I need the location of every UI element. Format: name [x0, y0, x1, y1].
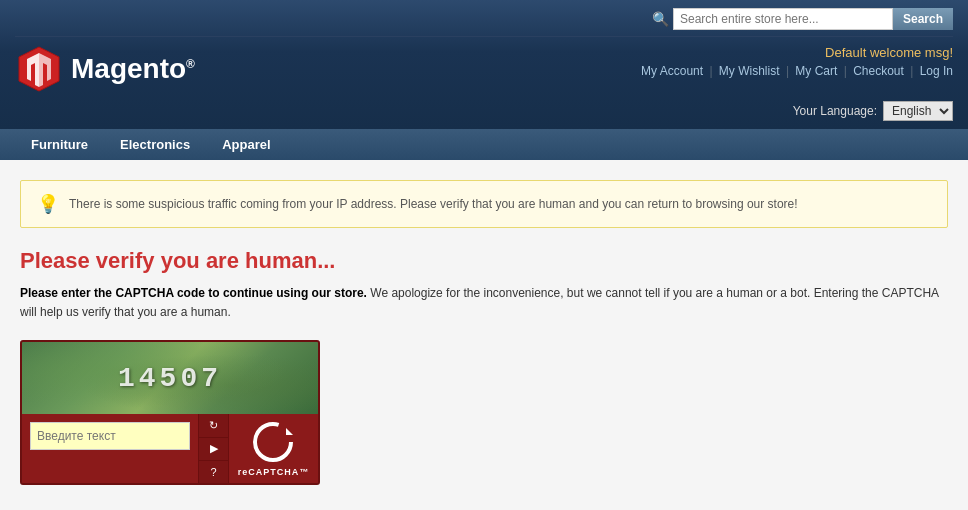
verify-description: Please enter the CAPTCHA code to continu…	[20, 284, 948, 322]
captcha-help-button[interactable]: ?	[199, 461, 228, 483]
warning-banner: 💡 There is some suspicious traffic comin…	[20, 180, 948, 228]
recaptcha-label: reCAPTCHA™	[238, 467, 310, 477]
captcha-audio-button[interactable]: ▶	[199, 438, 228, 461]
logo-text: Magento®	[71, 53, 195, 85]
link-sep-1: |	[709, 64, 715, 78]
captcha-input[interactable]	[30, 422, 190, 450]
captcha-widget: 14507 ↻ ▶ ? reCAPTCHA™	[20, 340, 320, 485]
verify-title: Please verify you are human...	[20, 248, 948, 274]
link-sep-3: |	[844, 64, 850, 78]
recaptcha-logo: reCAPTCHA™	[238, 420, 310, 477]
header-links: My Account | My Wishlist | My Cart | Che…	[641, 64, 953, 78]
language-select[interactable]: English	[883, 101, 953, 121]
header: 🔍 Search Magento® Default welcome msg! M…	[0, 0, 968, 129]
verify-desc-strong: Please enter the CAPTCHA code to continu…	[20, 286, 367, 300]
magento-logo-icon	[15, 45, 63, 93]
nav-electronics[interactable]: Electronics	[104, 129, 206, 160]
captcha-controls: ↻ ▶ ?	[198, 414, 228, 483]
warning-text: There is some suspicious traffic coming …	[69, 197, 798, 211]
svg-marker-4	[286, 428, 293, 435]
my-cart-link[interactable]: My Cart	[795, 64, 837, 78]
checkout-link[interactable]: Checkout	[853, 64, 904, 78]
captcha-refresh-button[interactable]: ↻	[199, 414, 228, 437]
main-nav: Furniture Electronics Apparel	[0, 129, 968, 160]
captcha-bottom: ↻ ▶ ? reCAPTCHA™	[22, 414, 318, 483]
svg-point-3	[255, 424, 291, 460]
my-account-link[interactable]: My Account	[641, 64, 703, 78]
search-row: 🔍 Search	[15, 8, 953, 37]
my-wishlist-link[interactable]: My Wishlist	[719, 64, 780, 78]
link-sep-4: |	[910, 64, 916, 78]
nav-furniture[interactable]: Furniture	[15, 129, 104, 160]
welcome-message: Default welcome msg!	[641, 45, 953, 60]
nav-apparel[interactable]: Apparel	[206, 129, 286, 160]
captcha-text: 14507	[118, 363, 222, 394]
captcha-logo-area: reCAPTCHA™	[228, 414, 318, 483]
search-button[interactable]: Search	[893, 8, 953, 30]
language-row: Your Language: English	[15, 97, 953, 129]
content-area: 💡 There is some suspicious traffic comin…	[0, 160, 968, 510]
captcha-input-area	[22, 414, 198, 483]
language-label: Your Language:	[793, 104, 877, 118]
header-right: Default welcome msg! My Account | My Wis…	[641, 45, 953, 78]
recaptcha-icon	[251, 420, 295, 464]
warning-icon: 💡	[37, 193, 59, 215]
logo: Magento®	[15, 45, 195, 93]
logo-row: Magento® Default welcome msg! My Account…	[15, 37, 953, 97]
captcha-image: 14507	[22, 342, 318, 414]
search-input[interactable]	[673, 8, 893, 30]
link-sep-2: |	[786, 64, 792, 78]
login-link[interactable]: Log In	[920, 64, 953, 78]
search-icon: 🔍	[652, 11, 669, 27]
